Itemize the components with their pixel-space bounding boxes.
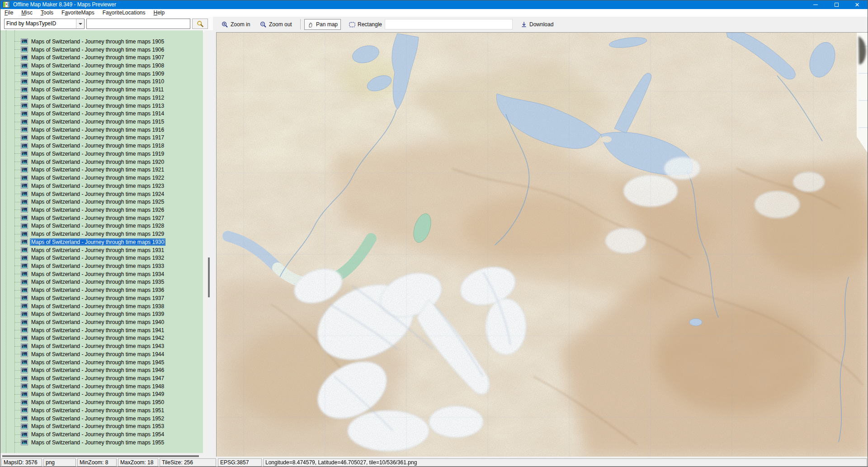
tree-item[interactable]: Maps of Switzerland - Journey through ti… bbox=[0, 222, 203, 230]
tree-item[interactable]: Maps of Switzerland - Journey through ti… bbox=[0, 142, 203, 150]
map-image-icon bbox=[21, 87, 28, 93]
tree-item[interactable]: Maps of Switzerland - Journey through ti… bbox=[0, 391, 203, 399]
menu-item-favoritelocations[interactable]: FavoriteLocations bbox=[99, 9, 150, 16]
download-button[interactable]: Download bbox=[518, 19, 556, 30]
tree-connector bbox=[14, 170, 21, 170]
tree-item[interactable]: Maps of Switzerland - Journey through ti… bbox=[0, 382, 203, 391]
tree-item[interactable]: Maps of Switzerland - Journey through ti… bbox=[0, 358, 203, 367]
tree-item[interactable]: Maps of Switzerland - Journey through ti… bbox=[0, 334, 203, 343]
map-image-icon bbox=[21, 351, 28, 357]
tree-item[interactable]: Maps of Switzerland - Journey through ti… bbox=[0, 415, 203, 423]
tree-item[interactable]: Maps of Switzerland - Journey through ti… bbox=[0, 214, 203, 222]
tree-item[interactable]: Maps of Switzerland - Journey through ti… bbox=[0, 118, 203, 126]
tree-item[interactable]: Maps of Switzerland - Journey through ti… bbox=[0, 310, 203, 318]
map-image-icon bbox=[21, 263, 28, 269]
search-button[interactable] bbox=[192, 19, 208, 29]
tree-item[interactable]: Maps of Switzerland - Journey through ti… bbox=[0, 38, 203, 46]
tree-item[interactable]: Maps of Switzerland - Journey through ti… bbox=[0, 110, 203, 118]
tree-connector bbox=[14, 266, 21, 266]
tree-item-label: Maps of Switzerland - Journey through ti… bbox=[30, 295, 165, 302]
menu-item-help[interactable]: Help bbox=[150, 9, 169, 16]
tree-connector bbox=[14, 73, 21, 74]
tree-item[interactable]: Maps of Switzerland - Journey through ti… bbox=[0, 62, 203, 70]
tree-connector bbox=[14, 418, 21, 419]
map-image-icon bbox=[21, 199, 28, 205]
tree-item[interactable]: Maps of Switzerland - Journey through ti… bbox=[0, 190, 203, 198]
tree-item[interactable]: Maps of Switzerland - Journey through ti… bbox=[0, 270, 203, 278]
tree-connector bbox=[14, 274, 21, 274]
tree-item[interactable]: Maps of Switzerland - Journey through ti… bbox=[0, 286, 203, 294]
map-image-icon bbox=[21, 183, 28, 189]
tree-item[interactable]: Maps of Switzerland - Journey through ti… bbox=[0, 406, 203, 415]
tree-item[interactable]: Maps of Switzerland - Journey through ti… bbox=[0, 262, 203, 270]
zoom-out-button[interactable]: Zoom out bbox=[257, 19, 295, 30]
tree-item[interactable]: Maps of Switzerland - Journey through ti… bbox=[0, 126, 203, 134]
tree-item[interactable]: Maps of Switzerland - Journey through ti… bbox=[0, 86, 203, 94]
vertical-scrollbar-thumb[interactable] bbox=[208, 257, 210, 297]
tree-item[interactable]: Maps of Switzerland - Journey through ti… bbox=[0, 102, 203, 110]
tree-item[interactable]: Maps of Switzerland - Journey through ti… bbox=[0, 430, 203, 438]
tree-item[interactable]: Maps of Switzerland - Journey through ti… bbox=[0, 53, 203, 62]
tree-item[interactable]: Maps of Switzerland - Journey through ti… bbox=[0, 230, 203, 238]
tree-item[interactable]: Maps of Switzerland - Journey through ti… bbox=[0, 398, 203, 406]
tree-connector bbox=[14, 178, 21, 178]
tree-item[interactable]: Maps of Switzerland - Journey through ti… bbox=[0, 166, 203, 174]
tree-item[interactable]: Maps of Switzerland - Journey through ti… bbox=[0, 318, 203, 326]
find-input[interactable] bbox=[86, 19, 190, 29]
tree-vertical-scrollbar[interactable] bbox=[204, 30, 213, 458]
menu-item-favoritemaps[interactable]: FavoriteMaps bbox=[57, 9, 99, 16]
tree-item[interactable]: Maps of Switzerland - Journey through ti… bbox=[0, 78, 203, 86]
menu-item-misc[interactable]: Misc bbox=[17, 9, 37, 16]
tree-item[interactable]: Maps of Switzerland - Journey through ti… bbox=[0, 302, 203, 310]
tree-connector bbox=[14, 410, 21, 410]
tree-connector bbox=[14, 306, 21, 306]
close-button[interactable]: ✕ bbox=[847, 0, 868, 9]
tree-item[interactable]: Maps of Switzerland - Journey through ti… bbox=[0, 94, 203, 102]
map-image-icon bbox=[21, 191, 28, 197]
pan-map-button[interactable]: Pan map bbox=[304, 19, 341, 30]
tree-item[interactable]: Maps of Switzerland - Journey through ti… bbox=[0, 150, 203, 158]
tree-connector bbox=[14, 314, 21, 315]
tree-item[interactable]: Maps of Switzerland - Journey through ti… bbox=[0, 246, 203, 254]
tree-item[interactable]: Maps of Switzerland - Journey through ti… bbox=[0, 198, 203, 206]
map-image-icon bbox=[21, 255, 28, 261]
tree-item[interactable]: Maps of Switzerland - Journey through ti… bbox=[0, 254, 203, 262]
tree-item[interactable]: Maps of Switzerland - Journey through ti… bbox=[0, 206, 203, 214]
map-image-icon bbox=[21, 38, 28, 44]
tree-item[interactable]: Maps of Switzerland - Journey through ti… bbox=[0, 423, 203, 431]
menu-item-file[interactable]: File bbox=[0, 9, 17, 16]
tree-item[interactable]: Maps of Switzerland - Journey through ti… bbox=[0, 46, 203, 54]
toolbar-input[interactable] bbox=[385, 19, 513, 29]
minimize-button[interactable] bbox=[805, 0, 826, 9]
tree-item[interactable]: Maps of Switzerland - Journey through ti… bbox=[0, 326, 203, 334]
tree-item[interactable]: Maps of Switzerland - Journey through ti… bbox=[0, 174, 203, 182]
tree-connector bbox=[14, 346, 21, 347]
horizontal-scrollbar-thumb[interactable] bbox=[2, 455, 199, 457]
tree-item[interactable]: Maps of Switzerland - Journey through ti… bbox=[0, 342, 203, 350]
maximize-button[interactable] bbox=[826, 0, 847, 9]
rectangle-button[interactable]: Rectangle bbox=[346, 19, 385, 30]
tree-item[interactable]: Maps of Switzerland - Journey through ti… bbox=[0, 350, 203, 358]
find-by-dropdown[interactable]: Find by MapsTypeID bbox=[4, 19, 85, 29]
map-image-icon bbox=[21, 175, 28, 181]
tree-item[interactable]: Maps of Switzerland - Journey through ti… bbox=[0, 182, 203, 190]
map-viewport[interactable] bbox=[216, 32, 868, 457]
tree-item[interactable]: Maps of Switzerland - Journey through ti… bbox=[0, 158, 203, 166]
tree-item[interactable]: Maps of Switzerland - Journey through ti… bbox=[0, 374, 203, 382]
tree-item[interactable]: Maps of Switzerland - Journey through ti… bbox=[0, 278, 203, 286]
tree-item[interactable]: Maps of Switzerland - Journey through ti… bbox=[0, 366, 203, 374]
zoom-in-button[interactable]: Zoom in bbox=[219, 19, 253, 30]
map-canvas[interactable] bbox=[217, 33, 868, 457]
tree-item-label: Maps of Switzerland - Journey through ti… bbox=[30, 271, 165, 278]
zoom-out-icon bbox=[260, 21, 267, 28]
menu-item-tools[interactable]: Tools bbox=[37, 9, 57, 16]
status-panel: Longitude=8.474579, Latitude=46.705027, … bbox=[263, 458, 867, 467]
tree-item[interactable]: Maps of Switzerland - Journey through ti… bbox=[0, 134, 203, 142]
tree-item[interactable]: Maps of Switzerland - Journey through ti… bbox=[0, 438, 203, 447]
dropdown-button[interactable] bbox=[76, 19, 84, 29]
maps-tree-panel: Maps of Switzerland - Journey through ti… bbox=[0, 30, 203, 453]
tree-item[interactable]: Maps of Switzerland - Journey through ti… bbox=[0, 238, 203, 246]
tree-item[interactable]: Maps of Switzerland - Journey through ti… bbox=[0, 294, 203, 302]
rectangle-label: Rectangle bbox=[358, 21, 382, 28]
tree-item[interactable]: Maps of Switzerland - Journey through ti… bbox=[0, 70, 203, 78]
